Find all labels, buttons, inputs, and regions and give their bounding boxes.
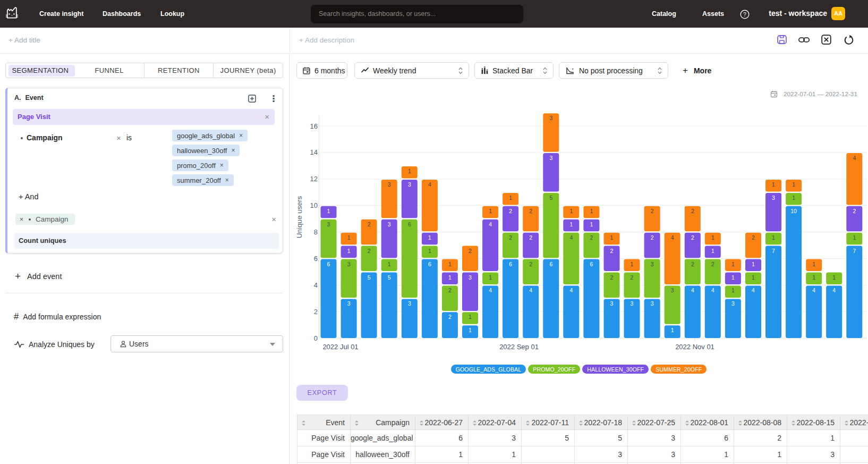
svg-text:4: 4: [489, 287, 492, 293]
svg-text:8: 8: [314, 228, 318, 236]
svg-text:2: 2: [529, 234, 532, 241]
svg-text:1: 1: [590, 208, 593, 214]
svg-text:4: 4: [812, 287, 815, 293]
svg-text:1: 1: [469, 314, 472, 320]
svg-text:2: 2: [509, 234, 512, 241]
svg-text:1: 1: [347, 234, 351, 241]
svg-text:1: 1: [408, 168, 411, 174]
svg-text:1: 1: [792, 195, 795, 201]
svg-text:1: 1: [631, 261, 634, 267]
svg-text:3: 3: [388, 221, 391, 227]
svg-text:4: 4: [314, 281, 318, 289]
svg-text:3: 3: [549, 115, 552, 121]
svg-text:0: 0: [314, 334, 318, 342]
svg-text:2: 2: [448, 314, 452, 320]
svg-text:3: 3: [731, 300, 735, 307]
svg-text:1: 1: [347, 248, 351, 254]
svg-text:6: 6: [314, 255, 318, 263]
svg-text:4: 4: [752, 287, 755, 293]
svg-text:3: 3: [388, 181, 391, 188]
svg-text:4: 4: [671, 234, 674, 241]
svg-text:3: 3: [549, 155, 552, 161]
svg-text:3: 3: [772, 195, 775, 201]
svg-text:10: 10: [790, 208, 797, 214]
svg-text:4: 4: [489, 221, 492, 227]
svg-text:4: 4: [569, 234, 573, 241]
svg-text:2: 2: [469, 248, 472, 254]
svg-text:10: 10: [310, 201, 318, 209]
svg-text:4: 4: [691, 287, 694, 293]
svg-text:16: 16: [310, 122, 318, 130]
svg-text:6: 6: [549, 261, 552, 267]
svg-text:1: 1: [812, 274, 815, 281]
svg-text:3: 3: [671, 287, 674, 293]
svg-text:1: 1: [448, 261, 452, 267]
svg-text:4: 4: [569, 287, 573, 293]
svg-text:3: 3: [347, 300, 351, 307]
svg-text:2: 2: [368, 221, 371, 227]
svg-text:1: 1: [711, 248, 714, 254]
svg-text:3: 3: [631, 300, 634, 307]
svg-text:4: 4: [428, 181, 431, 188]
svg-text:6: 6: [408, 221, 411, 227]
svg-text:1: 1: [711, 234, 714, 241]
svg-text:4: 4: [832, 287, 836, 293]
svg-text:1: 1: [731, 274, 735, 281]
svg-text:2: 2: [314, 308, 318, 316]
svg-text:4: 4: [711, 287, 714, 293]
svg-text:1: 1: [832, 274, 836, 281]
svg-text:1: 1: [569, 221, 573, 227]
svg-text:6: 6: [428, 261, 431, 267]
svg-text:?: ?: [743, 11, 746, 18]
svg-text:2: 2: [610, 248, 614, 254]
svg-text:1: 1: [388, 261, 391, 267]
svg-text:3: 3: [651, 300, 654, 307]
svg-text:1: 1: [489, 208, 492, 214]
svg-text:1: 1: [853, 234, 856, 241]
svg-text:1: 1: [509, 195, 512, 201]
svg-text:3: 3: [469, 274, 472, 281]
svg-text:1: 1: [671, 327, 674, 333]
svg-text:5: 5: [388, 274, 391, 281]
svg-text:2: 2: [752, 234, 755, 241]
svg-text:2: 2: [691, 261, 694, 267]
svg-text:1: 1: [327, 208, 330, 214]
svg-text:6: 6: [590, 261, 593, 267]
svg-text:2022 Sep 01: 2022 Sep 01: [499, 343, 539, 351]
svg-text:1: 1: [752, 261, 755, 267]
svg-text:2: 2: [529, 208, 532, 214]
svg-text:1: 1: [812, 261, 815, 267]
svg-text:5: 5: [368, 274, 371, 281]
svg-text:4: 4: [853, 155, 856, 161]
svg-text:3: 3: [408, 300, 411, 307]
svg-text:3: 3: [651, 261, 654, 267]
svg-text:2: 2: [509, 208, 512, 214]
svg-text:2: 2: [853, 208, 856, 214]
svg-text:2: 2: [711, 261, 714, 267]
svg-text:2: 2: [691, 208, 694, 214]
svg-text:4: 4: [529, 287, 532, 293]
svg-text:1: 1: [772, 234, 775, 241]
svg-text:7: 7: [853, 248, 856, 254]
svg-text:1: 1: [428, 248, 431, 254]
svg-text:12: 12: [310, 175, 318, 183]
svg-text:3: 3: [408, 181, 411, 188]
svg-text:1: 1: [569, 208, 573, 214]
svg-text:2022 Jul 01: 2022 Jul 01: [322, 343, 358, 351]
svg-text:1: 1: [610, 234, 614, 241]
svg-text:1: 1: [448, 274, 452, 281]
svg-text:1: 1: [731, 287, 735, 293]
svg-text:1: 1: [469, 327, 472, 333]
svg-text:3: 3: [327, 221, 330, 227]
svg-text:2: 2: [529, 261, 532, 267]
svg-text:2: 2: [590, 234, 593, 241]
svg-text:2: 2: [651, 234, 654, 241]
svg-text:2: 2: [631, 274, 634, 281]
svg-text:5: 5: [549, 195, 552, 201]
svg-text:3: 3: [610, 300, 614, 307]
svg-text:1: 1: [792, 181, 795, 188]
svg-text:1: 1: [731, 261, 735, 267]
svg-text:1: 1: [752, 274, 755, 281]
svg-text:6: 6: [509, 261, 512, 267]
svg-text:3: 3: [347, 261, 351, 267]
